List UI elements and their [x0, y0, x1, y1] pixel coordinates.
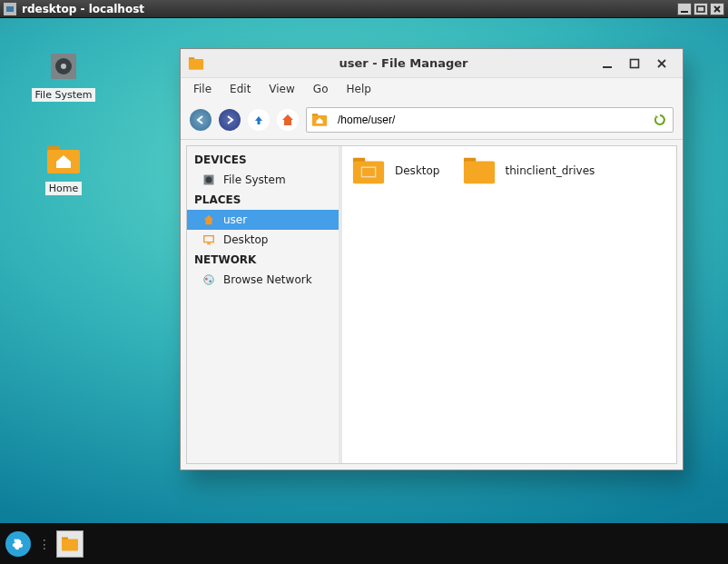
back-button[interactable]	[190, 109, 212, 131]
folder-icon	[462, 155, 497, 186]
file-manager-body: DEVICES File System PLACES user	[181, 140, 683, 470]
file-manager-titlebar[interactable]: user - File Manager	[181, 49, 683, 78]
svg-point-25	[209, 280, 212, 282]
svg-rect-3	[697, 6, 704, 12]
file-manager-window: user - File Manager File Edit View Go He…	[180, 48, 684, 470]
refresh-button[interactable]	[647, 113, 673, 127]
close-button[interactable]	[648, 53, 675, 74]
file-item-thinclient-drives[interactable]: thinclient_drives	[462, 155, 595, 186]
menu-bar: File Edit View Go Help	[181, 78, 683, 100]
minimize-button[interactable]	[594, 53, 621, 74]
svg-rect-27	[353, 162, 384, 184]
menu-edit[interactable]: Edit	[222, 81, 258, 97]
desktop-icon-home[interactable]: Home	[27, 142, 100, 195]
svg-rect-2	[681, 11, 688, 13]
folder-icon	[188, 56, 204, 71]
svg-rect-14	[631, 59, 639, 67]
file-manager-title: user - File Manager	[213, 56, 594, 70]
outer-window-title: rdesktop - localhost	[22, 3, 144, 15]
taskbar: ⋮	[0, 523, 728, 564]
svg-rect-30	[463, 162, 494, 184]
home-folder-icon	[45, 142, 82, 178]
sidebar-item-desktop[interactable]: Desktop	[187, 230, 339, 250]
home-button[interactable]	[277, 109, 299, 131]
desktop-icon-file-system[interactable]: File System	[27, 48, 100, 102]
outer-maximize-button[interactable]	[694, 3, 708, 15]
sidebar-item-label: File System	[223, 173, 286, 186]
location-bar	[306, 107, 674, 133]
file-label: thinclient_drives	[506, 164, 595, 177]
sidebar-item-label: Desktop	[223, 233, 269, 246]
file-list[interactable]: Desktop thinclient_drives	[342, 145, 677, 464]
forward-button[interactable]	[219, 109, 241, 131]
menu-help[interactable]: Help	[339, 81, 378, 97]
sidebar-item-label: Browse Network	[223, 273, 312, 286]
svg-rect-33	[62, 539, 78, 550]
outer-close-button[interactable]	[710, 3, 724, 15]
desktop-icon-label: Home	[45, 182, 82, 195]
file-item-desktop[interactable]: Desktop	[351, 155, 440, 186]
menu-file[interactable]: File	[186, 81, 219, 97]
sidebar: DEVICES File System PLACES user	[186, 145, 339, 464]
desktop-icon-label: File System	[32, 88, 96, 102]
toolbar	[181, 100, 683, 140]
start-menu-button[interactable]	[5, 531, 31, 557]
sidebar-item-label: user	[223, 213, 247, 226]
drive-icon	[45, 48, 82, 84]
desktop[interactable]: File System Home user - File Manager Fil…	[0, 18, 728, 523]
taskbar-item-file-manager[interactable]	[56, 530, 84, 558]
menu-go[interactable]: Go	[306, 81, 336, 97]
svg-rect-13	[603, 66, 612, 68]
svg-rect-21	[204, 236, 214, 242]
file-label: Desktop	[395, 164, 440, 177]
location-input[interactable]	[332, 114, 647, 126]
svg-point-24	[205, 278, 208, 281]
menu-view[interactable]: View	[261, 81, 301, 97]
taskbar-separator: ⋮	[36, 537, 51, 551]
svg-rect-12	[189, 59, 203, 70]
desktop-icon	[202, 233, 216, 247]
svg-point-8	[61, 64, 66, 69]
outer-window-titlebar: rdesktop - localhost	[0, 0, 728, 18]
sidebar-head-places: PLACES	[187, 190, 339, 210]
drive-icon	[202, 173, 216, 187]
outer-window-icon	[4, 3, 16, 15]
svg-point-23	[204, 275, 214, 285]
folder-icon	[351, 155, 386, 186]
outer-minimize-button[interactable]	[677, 3, 692, 15]
svg-rect-22	[207, 243, 211, 245]
sidebar-item-user[interactable]: user	[187, 210, 339, 230]
home-icon	[202, 213, 216, 227]
maximize-button[interactable]	[621, 53, 648, 74]
svg-rect-1	[6, 6, 14, 12]
network-icon	[202, 272, 216, 287]
svg-point-20	[206, 177, 212, 183]
up-button[interactable]	[248, 109, 270, 131]
sidebar-item-file-system[interactable]: File System	[187, 170, 339, 190]
location-home-icon[interactable]	[307, 113, 332, 127]
sidebar-head-network: NETWORK	[187, 250, 339, 270]
sidebar-head-devices: DEVICES	[187, 150, 339, 170]
sidebar-item-browse-network[interactable]: Browse Network	[187, 270, 339, 290]
